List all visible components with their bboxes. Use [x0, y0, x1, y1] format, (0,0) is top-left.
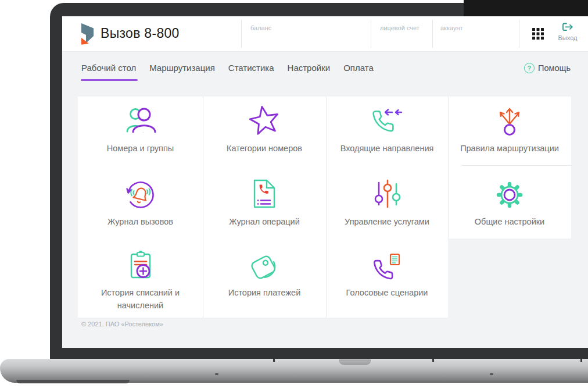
star-icon — [248, 105, 281, 135]
tile-charges-history[interactable]: История списаний и начислений — [78, 251, 203, 312]
tile-label: Категории номеров — [227, 143, 302, 155]
laptop-base-lip — [16, 380, 130, 383]
tab-desktop[interactable]: Рабочий стол — [81, 63, 136, 74]
tile-label: Журнал операций — [229, 216, 300, 229]
tile-payments-history[interactable]: История платежей — [203, 251, 326, 300]
main-nav: Рабочий стол Маршрутизация Статистика На… — [81, 63, 374, 74]
tile-label: История платежей — [228, 287, 301, 300]
laptop-base-dot — [215, 373, 218, 375]
logout-icon — [562, 23, 573, 31]
tile-label: Голосовые сценарии — [346, 287, 428, 300]
apps-grid-icon[interactable] — [532, 27, 544, 40]
logout-label: Выход — [552, 34, 583, 41]
help-label: Помощь — [538, 63, 571, 73]
route-split-icon — [493, 105, 526, 135]
header-divider — [519, 20, 519, 48]
tile-call-log[interactable]: Журнал вызовов — [78, 179, 203, 229]
tile-label: Общие настройки — [475, 216, 544, 229]
sliders-icon — [372, 179, 402, 209]
tab-routing[interactable]: Маршрутизация — [149, 63, 215, 74]
header-divider — [371, 20, 371, 48]
header-divider — [432, 20, 433, 48]
laptop-seam-mark — [580, 359, 582, 362]
app-header: Вызов 8-800 баланс лицевой счет аккаунт — [62, 16, 588, 52]
tile-numbers-and-groups[interactable]: Номера и группы — [78, 105, 203, 155]
tile-routing-rules[interactable]: Правила маршрутизации — [448, 105, 571, 155]
clipboard-plus-icon — [125, 251, 156, 282]
rostelecom-logo-icon[interactable] — [80, 23, 95, 45]
operations-log-icon — [249, 179, 279, 209]
tile-label: Управление услугами — [345, 216, 429, 229]
tile-number-categories[interactable]: Категории номеров — [203, 105, 326, 155]
tile-incoming-directions[interactable]: Входящие направления — [326, 105, 448, 155]
incoming-call-icon — [370, 105, 404, 135]
tile-voice-scenarios[interactable]: Голосовые сценарии — [326, 251, 448, 300]
laptop-lid-edge — [464, 0, 588, 16]
account-label: аккаунт — [440, 24, 463, 31]
tile-general-settings[interactable]: Общие настройки — [448, 179, 571, 229]
tile-label: Правила маршрутизации — [460, 143, 559, 155]
tile-label: Входящие направления — [340, 143, 434, 155]
call-history-icon — [124, 179, 157, 209]
help-link[interactable]: ? Помощь — [524, 63, 571, 73]
gear-icon — [493, 179, 526, 209]
laptop-mockup: Вызов 8-800 баланс лицевой счет аккаунт — [0, 0, 588, 388]
balance-label: баланс — [250, 24, 271, 31]
tile-label: Номера и группы — [107, 143, 174, 155]
header-divider — [241, 20, 242, 48]
tile-label: История списаний и начислений — [85, 287, 196, 312]
users-icon — [124, 105, 157, 135]
tab-settings[interactable]: Настройки — [288, 63, 331, 74]
grid-divider — [462, 165, 571, 166]
laptop-base-dot — [490, 373, 493, 375]
laptop-seam-mark — [273, 359, 275, 362]
copyright-text: © 2021. ПАО «Ростелеком» — [81, 321, 163, 328]
question-icon: ? — [524, 63, 535, 73]
wallet-icon — [248, 251, 281, 282]
laptop-latch-notch — [339, 359, 371, 365]
tile-services-management[interactable]: Управление услугами — [326, 179, 448, 229]
tab-statistics[interactable]: Статистика — [228, 63, 274, 74]
tab-payment[interactable]: Оплата — [343, 63, 374, 74]
personal-account-label: лицевой счет — [380, 24, 420, 31]
laptop-base — [0, 359, 588, 383]
tile-operations-log[interactable]: Журнал операций — [203, 179, 326, 229]
voice-script-icon — [371, 251, 403, 282]
laptop-seam-mark — [432, 359, 434, 362]
app-title: Вызов 8-800 — [101, 26, 180, 41]
screen: Вызов 8-800 баланс лицевой счет аккаунт — [62, 16, 588, 348]
tile-label: Журнал вызовов — [107, 216, 173, 229]
logout-button[interactable]: Выход — [552, 23, 583, 41]
